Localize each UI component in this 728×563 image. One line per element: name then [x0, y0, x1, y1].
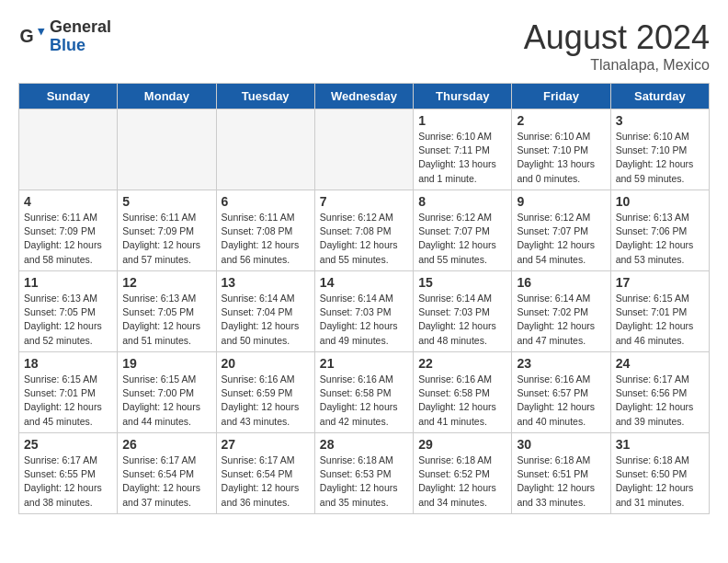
day-info: Sunrise: 6:17 AM Sunset: 6:56 PM Dayligh…: [616, 373, 704, 429]
calendar-cell: 27Sunrise: 6:17 AM Sunset: 6:54 PM Dayli…: [216, 433, 314, 514]
logo-text: General Blue: [50, 18, 111, 55]
calendar-cell: 14Sunrise: 6:14 AM Sunset: 7:03 PM Dayli…: [314, 271, 413, 352]
calendar-row: 11Sunrise: 6:13 AM Sunset: 7:05 PM Dayli…: [19, 271, 710, 352]
day-number: 29: [418, 437, 506, 452]
day-number: 8: [418, 194, 506, 209]
day-info: Sunrise: 6:10 AM Sunset: 7:10 PM Dayligh…: [616, 130, 704, 186]
calendar-cell: 6Sunrise: 6:11 AM Sunset: 7:08 PM Daylig…: [216, 190, 314, 271]
calendar-cell: 16Sunrise: 6:14 AM Sunset: 7:02 PM Dayli…: [512, 271, 610, 352]
calendar-cell: 8Sunrise: 6:12 AM Sunset: 7:07 PM Daylig…: [414, 190, 512, 271]
calendar-cell: 30Sunrise: 6:18 AM Sunset: 6:51 PM Dayli…: [512, 433, 610, 514]
calendar-body: 1Sunrise: 6:10 AM Sunset: 7:11 PM Daylig…: [19, 109, 710, 514]
calendar-cell: 25Sunrise: 6:17 AM Sunset: 6:55 PM Dayli…: [19, 433, 118, 514]
page-header: G General Blue August 2024 Tlanalapa, Me…: [18, 18, 710, 74]
day-number: 21: [320, 356, 408, 371]
day-info: Sunrise: 6:13 AM Sunset: 7:05 PM Dayligh…: [122, 292, 210, 348]
day-info: Sunrise: 6:16 AM Sunset: 6:59 PM Dayligh…: [222, 373, 310, 429]
calendar-cell: 15Sunrise: 6:14 AM Sunset: 7:03 PM Dayli…: [414, 271, 512, 352]
calendar-cell: [118, 109, 216, 190]
day-header: Thursday: [414, 84, 512, 109]
calendar-cell: 4Sunrise: 6:11 AM Sunset: 7:09 PM Daylig…: [19, 190, 118, 271]
calendar-row: 18Sunrise: 6:15 AM Sunset: 7:01 PM Dayli…: [19, 352, 710, 433]
day-info: Sunrise: 6:14 AM Sunset: 7:03 PM Dayligh…: [418, 292, 506, 348]
calendar-cell: [19, 109, 118, 190]
calendar-cell: 20Sunrise: 6:16 AM Sunset: 6:59 PM Dayli…: [216, 352, 314, 433]
day-info: Sunrise: 6:17 AM Sunset: 6:54 PM Dayligh…: [222, 454, 310, 510]
day-info: Sunrise: 6:14 AM Sunset: 7:04 PM Dayligh…: [222, 292, 310, 348]
day-header: Monday: [118, 84, 216, 109]
calendar-cell: 12Sunrise: 6:13 AM Sunset: 7:05 PM Dayli…: [118, 271, 216, 352]
calendar-row: 1Sunrise: 6:10 AM Sunset: 7:11 PM Daylig…: [19, 109, 710, 190]
calendar-cell: 7Sunrise: 6:12 AM Sunset: 7:08 PM Daylig…: [314, 190, 413, 271]
day-info: Sunrise: 6:17 AM Sunset: 6:54 PM Dayligh…: [122, 454, 210, 510]
calendar-cell: 9Sunrise: 6:12 AM Sunset: 7:07 PM Daylig…: [512, 190, 610, 271]
day-info: Sunrise: 6:13 AM Sunset: 7:06 PM Dayligh…: [616, 211, 704, 267]
calendar-cell: 17Sunrise: 6:15 AM Sunset: 7:01 PM Dayli…: [610, 271, 709, 352]
header-row: SundayMondayTuesdayWednesdayThursdayFrid…: [19, 84, 710, 109]
day-header: Sunday: [19, 84, 118, 109]
day-number: 28: [320, 437, 408, 452]
day-info: Sunrise: 6:10 AM Sunset: 7:11 PM Dayligh…: [418, 130, 506, 186]
day-info: Sunrise: 6:12 AM Sunset: 7:07 PM Dayligh…: [418, 211, 506, 267]
day-number: 2: [517, 113, 605, 128]
day-info: Sunrise: 6:11 AM Sunset: 7:09 PM Dayligh…: [24, 211, 112, 267]
location: Tlanalapa, Mexico: [524, 57, 710, 74]
calendar-cell: 29Sunrise: 6:18 AM Sunset: 6:52 PM Dayli…: [414, 433, 512, 514]
day-info: Sunrise: 6:18 AM Sunset: 6:51 PM Dayligh…: [517, 454, 605, 510]
day-info: Sunrise: 6:18 AM Sunset: 6:52 PM Dayligh…: [418, 454, 506, 510]
day-info: Sunrise: 6:15 AM Sunset: 7:01 PM Dayligh…: [24, 373, 112, 429]
day-header: Friday: [512, 84, 610, 109]
calendar-cell: 23Sunrise: 6:16 AM Sunset: 6:57 PM Dayli…: [512, 352, 610, 433]
day-number: 15: [418, 275, 506, 290]
day-info: Sunrise: 6:16 AM Sunset: 6:58 PM Dayligh…: [418, 373, 506, 429]
calendar-cell: 28Sunrise: 6:18 AM Sunset: 6:53 PM Dayli…: [314, 433, 413, 514]
day-info: Sunrise: 6:18 AM Sunset: 6:50 PM Dayligh…: [616, 454, 704, 510]
day-info: Sunrise: 6:16 AM Sunset: 6:58 PM Dayligh…: [320, 373, 408, 429]
day-number: 3: [616, 113, 704, 128]
day-number: 25: [24, 437, 112, 452]
day-number: 1: [418, 113, 506, 128]
day-number: 4: [24, 194, 112, 209]
day-info: Sunrise: 6:16 AM Sunset: 6:57 PM Dayligh…: [517, 373, 605, 429]
day-number: 26: [122, 437, 210, 452]
day-number: 30: [517, 437, 605, 452]
day-number: 31: [616, 437, 704, 452]
day-info: Sunrise: 6:14 AM Sunset: 7:02 PM Dayligh…: [517, 292, 605, 348]
day-info: Sunrise: 6:12 AM Sunset: 7:08 PM Dayligh…: [320, 211, 408, 267]
calendar-cell: 10Sunrise: 6:13 AM Sunset: 7:06 PM Dayli…: [610, 190, 709, 271]
calendar-cell: 5Sunrise: 6:11 AM Sunset: 7:09 PM Daylig…: [118, 190, 216, 271]
calendar-cell: 19Sunrise: 6:15 AM Sunset: 7:00 PM Dayli…: [118, 352, 216, 433]
day-number: 22: [418, 356, 506, 371]
day-info: Sunrise: 6:11 AM Sunset: 7:09 PM Dayligh…: [122, 211, 210, 267]
day-number: 10: [616, 194, 704, 209]
calendar-cell: 3Sunrise: 6:10 AM Sunset: 7:10 PM Daylig…: [610, 109, 709, 190]
day-number: 9: [517, 194, 605, 209]
day-info: Sunrise: 6:12 AM Sunset: 7:07 PM Dayligh…: [517, 211, 605, 267]
day-number: 20: [222, 356, 310, 371]
calendar-cell: 24Sunrise: 6:17 AM Sunset: 6:56 PM Dayli…: [610, 352, 709, 433]
logo: G General Blue: [18, 18, 111, 55]
day-number: 18: [24, 356, 112, 371]
day-number: 13: [222, 275, 310, 290]
calendar-cell: 2Sunrise: 6:10 AM Sunset: 7:10 PM Daylig…: [512, 109, 610, 190]
day-info: Sunrise: 6:14 AM Sunset: 7:03 PM Dayligh…: [320, 292, 408, 348]
svg-text:G: G: [20, 26, 34, 46]
day-number: 12: [122, 275, 210, 290]
calendar-cell: 21Sunrise: 6:16 AM Sunset: 6:58 PM Dayli…: [314, 352, 413, 433]
day-number: 17: [616, 275, 704, 290]
calendar-cell: [216, 109, 314, 190]
day-number: 27: [222, 437, 310, 452]
day-number: 24: [616, 356, 704, 371]
day-info: Sunrise: 6:17 AM Sunset: 6:55 PM Dayligh…: [24, 454, 112, 510]
calendar-cell: 11Sunrise: 6:13 AM Sunset: 7:05 PM Dayli…: [19, 271, 118, 352]
day-info: Sunrise: 6:10 AM Sunset: 7:10 PM Dayligh…: [517, 130, 605, 186]
day-header: Saturday: [610, 84, 709, 109]
day-number: 16: [517, 275, 605, 290]
day-header: Tuesday: [216, 84, 314, 109]
calendar-table: SundayMondayTuesdayWednesdayThursdayFrid…: [18, 83, 710, 514]
calendar-cell: 18Sunrise: 6:15 AM Sunset: 7:01 PM Dayli…: [19, 352, 118, 433]
day-header: Wednesday: [314, 84, 413, 109]
calendar-row: 25Sunrise: 6:17 AM Sunset: 6:55 PM Dayli…: [19, 433, 710, 514]
logo-general: General: [50, 18, 111, 37]
day-number: 6: [222, 194, 310, 209]
